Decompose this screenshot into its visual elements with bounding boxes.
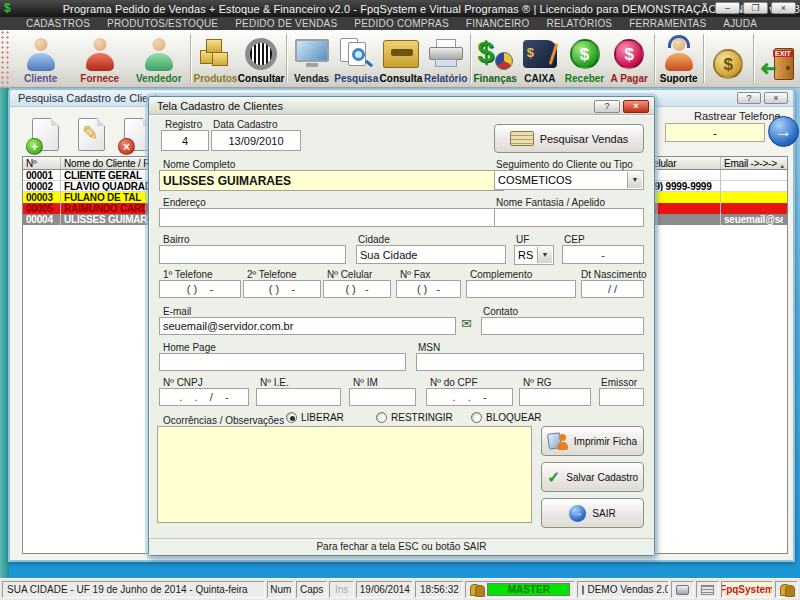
toolbar-button-vendas[interactable]: Vendas — [289, 30, 334, 87]
col-header-email[interactable]: Email ->->-> — [721, 157, 783, 169]
menu-cadastros[interactable]: CADASTROS — [26, 18, 90, 29]
print-card-icon — [548, 432, 568, 450]
green-coin-icon: $ — [570, 39, 600, 69]
barcode-icon — [245, 38, 277, 70]
data-cadastro-label: Data Cadastro — [213, 119, 277, 130]
edit-client-button[interactable]: ✎ — [78, 118, 105, 151]
modal-help-button[interactable]: ? — [594, 100, 620, 113]
add-client-button[interactable]: + — [32, 118, 59, 151]
menu-ajuda[interactable]: AJUDA — [723, 18, 757, 29]
pesquisar-vendas-button[interactable]: Pesquisar Vendas — [494, 124, 644, 153]
maximize-button[interactable]: ❐ — [743, 2, 768, 14]
menu-relatorios[interactable]: RELATÓRIOS — [547, 18, 613, 29]
email-input[interactable] — [159, 317, 456, 335]
toolbar-button-pesquisa[interactable]: Pesquisa — [334, 30, 379, 87]
dollar-pie-icon: $ — [477, 38, 513, 70]
x-icon: × — [118, 138, 135, 155]
nome-fantasia-input[interactable] — [494, 208, 644, 227]
seller-person-icon — [142, 38, 176, 71]
telefone2-input[interactable] — [243, 280, 321, 298]
modal-titlebar[interactable]: Tela Cadastro de Clientes — [149, 97, 654, 115]
toolbar-button-exit[interactable]: EXIT➜ — [755, 30, 800, 87]
chevron-down-icon: ▼ — [537, 247, 552, 263]
imprimir-ficha-button[interactable]: Imprimir Ficha — [541, 426, 644, 456]
status-time: 18:56:32 — [415, 581, 463, 598]
endereco-input[interactable] — [159, 208, 504, 227]
nome-completo-input[interactable] — [159, 170, 504, 191]
col-header-id[interactable]: Nº — [23, 157, 61, 169]
fax-input[interactable] — [396, 280, 461, 298]
salvar-cadastro-button[interactable]: ✓ Salvar Cadastro — [541, 462, 644, 492]
search-close-button[interactable]: × — [764, 92, 788, 104]
cpf-input[interactable] — [426, 388, 513, 406]
menu-produtos-estoque[interactable]: PRODUTOS/ESTOQUE — [107, 18, 218, 29]
radio-restringir[interactable]: RESTRINGIR — [376, 412, 453, 423]
seguimento-combobox[interactable]: COSMETICOS ▼ — [494, 170, 644, 190]
exit-door-icon: EXIT➜ — [760, 48, 796, 80]
chevron-down-icon: ▼ — [627, 172, 642, 188]
toolbar-button-financas[interactable]: $ Finanças — [473, 30, 518, 87]
ie-input[interactable] — [256, 388, 341, 406]
search-help-button[interactable]: ? — [737, 92, 761, 104]
toolbar-button-produtos[interactable]: Produtos — [193, 30, 238, 87]
envelope-icon[interactable]: ✉ — [461, 316, 472, 331]
dt-nascimento-input[interactable] — [581, 280, 644, 298]
cep-label: CEP — [564, 234, 585, 245]
contato-input[interactable] — [481, 317, 644, 335]
sair-button[interactable]: → SAIR — [541, 498, 644, 528]
toolbar-button-cliente[interactable]: Cliente — [11, 30, 70, 87]
status-print-button[interactable] — [671, 581, 694, 598]
toolbar-button-suporte[interactable]: Suporte — [656, 30, 701, 87]
data-cadastro-input[interactable] — [211, 130, 301, 151]
menu-pedido-vendas[interactable]: PEDIDO DE VENDAS — [235, 18, 337, 29]
modal-close-button[interactable]: × — [623, 100, 649, 113]
rg-input[interactable] — [519, 388, 591, 406]
rastrear-go-button[interactable]: → — [768, 116, 799, 147]
minimize-button[interactable]: – — [715, 2, 740, 14]
status-form-button[interactable] — [696, 581, 719, 598]
delete-client-button[interactable]: × — [124, 118, 151, 151]
cep-input[interactable] — [562, 245, 644, 264]
registro-input[interactable] — [161, 130, 209, 151]
emissor-label: Emissor — [601, 377, 637, 388]
toolbar-button-vendedor[interactable]: Vendedor — [129, 30, 188, 87]
celular-input[interactable] — [323, 280, 391, 298]
toolbar-button-relatorio[interactable]: Relatório — [423, 30, 468, 87]
im-input[interactable] — [349, 388, 416, 406]
email-label: E-mail — [163, 306, 191, 317]
menu-financeiro[interactable]: FINANCEIRO — [466, 18, 530, 29]
msn-input[interactable] — [416, 353, 644, 371]
radio-liberar[interactable]: LIBERAR — [286, 412, 344, 423]
observacoes-textarea[interactable] — [157, 426, 532, 523]
telefone2-label: 2º Telefone — [247, 269, 297, 280]
menu-ferramentas[interactable]: FERRAMENTAS — [629, 18, 706, 29]
toolbar-button-receber[interactable]: $ Receber — [562, 30, 607, 87]
menu-pedido-compras[interactable]: PEDIDO COMPRAS — [354, 18, 448, 29]
radio-bloquear[interactable]: BLOQUEAR — [471, 412, 542, 423]
toolbar-button-consultar[interactable]: Consultar — [238, 30, 285, 87]
toolbar-texture — [0, 30, 11, 87]
folder-icon — [383, 40, 419, 68]
toolbar-button-fornece[interactable]: Fornece — [70, 30, 129, 87]
cnpj-input[interactable] — [159, 388, 249, 406]
close-button[interactable]: × — [771, 2, 796, 14]
uf-combobox[interactable]: RS ▼ — [514, 245, 554, 265]
toolbar-button-coin[interactable]: $ — [706, 30, 751, 87]
telefone1-input[interactable] — [159, 280, 241, 298]
sort-arrow-icon[interactable]: ▲ — [779, 160, 785, 173]
radio-dot-icon — [376, 412, 387, 423]
toolbar-button-caixa[interactable]: CAIXA — [518, 30, 563, 87]
check-icon: ✓ — [547, 468, 560, 487]
status-users-button[interactable] — [775, 581, 798, 598]
search-docs-icon — [340, 38, 372, 70]
home-page-input[interactable] — [159, 353, 406, 371]
radio-dot-icon — [286, 412, 297, 423]
toolbar-button-a-pagar[interactable]: $ A Pagar — [607, 30, 652, 87]
product-boxes-icon — [198, 38, 232, 70]
emissor-input[interactable] — [599, 388, 644, 406]
rastrear-telefone-input[interactable] — [665, 123, 765, 142]
cidade-input[interactable] — [356, 245, 506, 264]
complemento-input[interactable] — [466, 280, 576, 298]
toolbar-button-consulta[interactable]: Consulta — [379, 30, 424, 87]
bairro-input[interactable] — [159, 245, 346, 264]
